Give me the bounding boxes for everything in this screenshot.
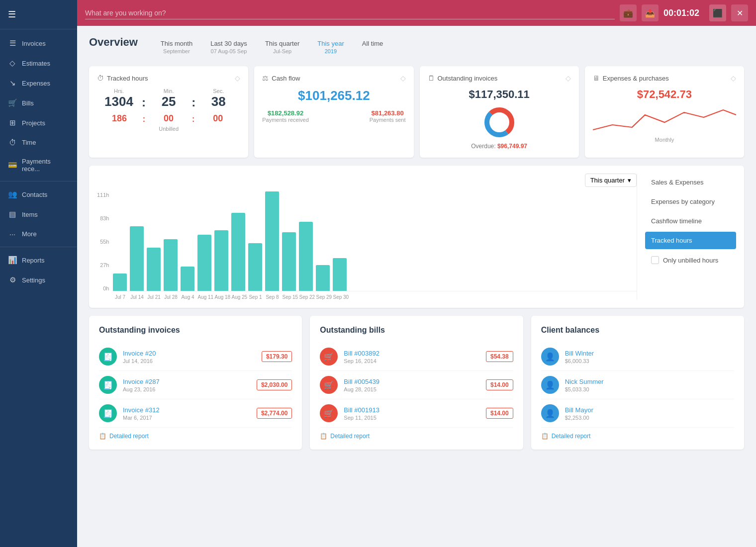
invoice-name-3[interactable]: Invoice #312 — [123, 406, 251, 414]
invoice-name-1[interactable]: Invoice #20 — [123, 350, 256, 357]
sidebar-item-invoices[interactable]: ☰ Invoices — [0, 33, 77, 53]
client-list-item-3: 👤 Bill Mayor $2,253.00 — [541, 399, 734, 428]
sidebar-item-more[interactable]: ··· More — [0, 224, 77, 244]
sidebar-item-settings[interactable]: ⚙ Settings — [0, 270, 77, 290]
bar-label: Sep 1 — [248, 294, 262, 300]
sidebar: ☰ ☰ Invoices ◇ Estimates ↘ Expenses 🛒 Bi… — [0, 0, 77, 547]
search-input[interactable] — [85, 7, 615, 19]
reports-icon: 📊 — [8, 256, 17, 265]
client-avatar-3: 👤 — [541, 404, 559, 422]
timer-display: 00:01:02 — [663, 8, 699, 18]
sidebar-item-time[interactable]: ⏱ Time — [0, 133, 77, 152]
bar — [113, 274, 127, 291]
bar-label: Aug 25 — [231, 294, 245, 300]
bar — [231, 213, 245, 291]
invoices-detailed-report[interactable]: 📋 Detailed report — [99, 428, 292, 440]
expenses-line-chart — [593, 105, 736, 135]
bar-label: Sep 30 — [333, 294, 347, 300]
close-button[interactable]: ✕ — [731, 4, 748, 21]
invoice-name-2[interactable]: Invoice #287 — [123, 378, 251, 385]
client-avatar-2: 👤 — [541, 376, 559, 394]
tab-this-quarter[interactable]: This quarter Jul-Sep — [256, 38, 308, 56]
bill-name-3[interactable]: Bill #001913 — [344, 406, 480, 414]
outstanding-invoices-card: Outstanding invoices 🧾 Invoice #20 Jul 1… — [89, 316, 302, 450]
client-name-2[interactable]: Nick Summer — [565, 378, 734, 385]
bar-label: Sep 29 — [316, 294, 330, 300]
bill-list-item-2: 🛒 Bill #005439 Aug 28, 2015 $14.00 — [320, 371, 513, 399]
control-cashflow-timeline[interactable]: Cashflow timeline — [645, 212, 736, 230]
items-icon: ▤ — [8, 210, 17, 219]
bill-date-3: Sep 11, 2015 — [344, 415, 480, 421]
cash-flow-widget: ⚖ Cash flow ◇ $101,265.12 $182,528.92 Pa… — [254, 66, 413, 158]
outstanding-amount: $117,350.11 — [428, 88, 571, 101]
bar-label: Sep 15 — [282, 294, 296, 300]
chart-period-selector[interactable]: This quarter ▾ — [585, 174, 637, 187]
chart-section: This quarter ▾ 111h 83h 55h 27h 0h Jul 7… — [89, 166, 744, 308]
sidebar-item-reports[interactable]: 📊 Reports — [0, 250, 77, 270]
sidebar-item-bills[interactable]: 🛒 Bills — [0, 93, 77, 113]
outstanding-bills-title: Outstanding bills — [320, 326, 513, 335]
estimates-icon: ◇ — [8, 59, 17, 68]
sidebar-item-contacts[interactable]: 👥 Contacts — [0, 184, 77, 204]
bills-report-icon: 📋 — [320, 433, 327, 440]
bar-label: Aug 4 — [181, 294, 194, 300]
cashflow-icon: ⚖ — [262, 74, 269, 82]
bar-label: Jul 21 — [147, 294, 161, 300]
overview-header: Overview This month September Last 30 da… — [89, 36, 744, 56]
hamburger-icon[interactable]: ☰ — [8, 9, 16, 20]
bar — [147, 248, 161, 291]
content-area: Overview This month September Last 30 da… — [77, 26, 756, 547]
chart-controls: Sales & Expenses Expenses by category Ca… — [637, 174, 736, 300]
chevron-down-icon: ▾ — [628, 177, 631, 184]
bill-name-2[interactable]: Bill #005439 — [344, 378, 480, 385]
bar — [130, 226, 144, 291]
client-name-1[interactable]: Bill Winter — [565, 350, 734, 357]
monthly-label: Monthly — [593, 137, 736, 143]
outstanding-bills-card: Outstanding bills 🛒 Bill #003892 Sep 16,… — [310, 316, 523, 450]
pin-expenses-icon[interactable]: ◇ — [731, 74, 736, 82]
clients-detailed-report[interactable]: 📋 Detailed report — [541, 428, 734, 440]
bill-name-1[interactable]: Bill #003892 — [344, 350, 480, 357]
tab-all-time[interactable]: All time — [353, 38, 392, 56]
send-button[interactable]: 📤 — [642, 4, 659, 21]
sidebar-item-projects[interactable]: ⊞ Projects — [0, 113, 77, 133]
invoice-date-3: Mar 6, 2017 — [123, 415, 251, 421]
payments-received: $182,528.92 Payments received — [262, 109, 309, 123]
invoices-icon: ☰ — [8, 39, 17, 48]
pin-invoices-icon[interactable]: ◇ — [566, 74, 571, 82]
expenses-widget-icon: 🖥 — [593, 74, 600, 82]
sidebar-item-payments[interactable]: 💳 Payments rece... — [0, 152, 77, 178]
client-name-3[interactable]: Bill Mayor — [565, 406, 734, 414]
tab-this-month[interactable]: This month September — [152, 38, 201, 56]
sidebar-item-estimates[interactable]: ◇ Estimates — [0, 53, 77, 73]
bills-detailed-report[interactable]: 📋 Detailed report — [320, 428, 513, 440]
tab-this-year[interactable]: This year 2019 — [308, 38, 353, 56]
briefcase-button[interactable]: 💼 — [620, 4, 637, 21]
sidebar-header: ☰ — [0, 0, 77, 29]
unbilled-checkbox[interactable] — [651, 256, 659, 264]
sidebar-item-expenses[interactable]: ↘ Expenses — [0, 73, 77, 93]
pin-hours-icon[interactable]: ◇ — [235, 74, 240, 82]
client-amount-1: $6,000.33 — [565, 358, 734, 364]
pin-cashflow-icon[interactable]: ◇ — [400, 74, 406, 82]
tab-last-30[interactable]: Last 30 days 07 Aug-05 Sep — [201, 38, 256, 56]
sidebar-item-items[interactable]: ▤ Items — [0, 204, 77, 224]
control-expenses-category[interactable]: Expenses by category — [645, 193, 736, 210]
bar — [248, 243, 262, 291]
control-tracked-hours[interactable]: Tracked hours — [645, 232, 736, 249]
stop-button[interactable]: ⬛ — [709, 4, 726, 21]
invoice-avatar-1: 🧾 — [99, 348, 117, 365]
topbar: 💼 📤 00:01:02 ⬛ ✕ — [77, 0, 756, 26]
expenses-purchases-widget: 🖥 Expenses & purchases ◇ $72,542.73 Mont… — [585, 66, 744, 158]
invoice-amount-3: $2,774.00 — [257, 408, 292, 419]
page-title: Overview — [89, 36, 138, 49]
bill-date-1: Sep 16, 2014 — [344, 358, 480, 364]
bar-label: Jul 28 — [164, 294, 178, 300]
control-sales-expenses[interactable]: Sales & Expenses — [645, 174, 736, 191]
bar-label: Aug 18 — [214, 294, 228, 300]
invoice-list-item-2: 🧾 Invoice #287 Aug 23, 2016 $2,030.00 — [99, 371, 292, 399]
clients-report-icon: 📋 — [541, 433, 549, 440]
clock-icon: ⏱ — [97, 74, 104, 82]
unbilled-hours-toggle[interactable]: Only unbilled hours — [645, 251, 736, 269]
bill-date-2: Aug 28, 2015 — [344, 386, 480, 392]
